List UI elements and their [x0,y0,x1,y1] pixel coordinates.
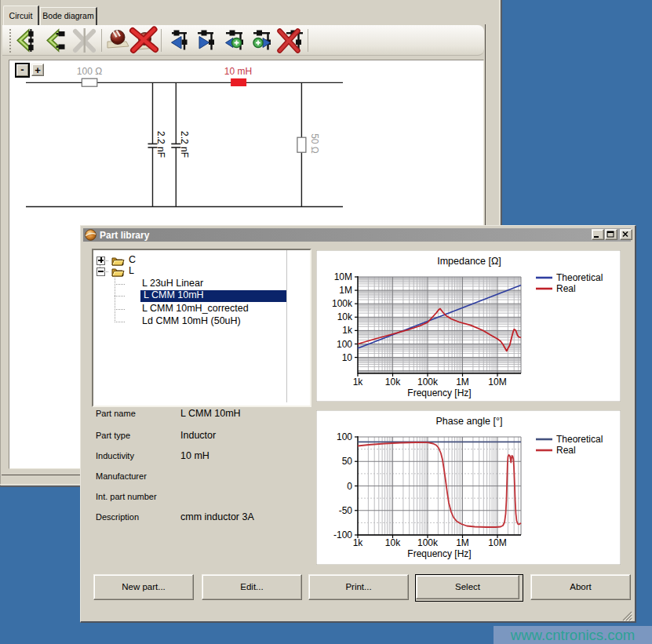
svg-text:10k: 10k [337,311,353,322]
svg-text:50: 50 [342,456,353,467]
svg-text:Theoretical: Theoretical [556,434,603,445]
svg-text:-100: -100 [333,529,352,540]
svg-text:100: 100 [337,431,352,442]
svg-text:1M: 1M [456,537,469,548]
svg-text:1k: 1k [342,325,353,336]
svg-text:100k: 100k [417,537,439,548]
svg-text:10M: 10M [488,537,506,548]
svg-text:0: 0 [347,481,352,492]
svg-text:1M: 1M [456,377,469,387]
svg-text:Phase angle [°]: Phase angle [°] [436,416,503,427]
svg-text:Real: Real [556,445,576,456]
svg-text:10M: 10M [334,271,352,282]
svg-text:Frequency [Hz]: Frequency [Hz] [407,548,471,559]
svg-text:100: 100 [337,339,352,350]
svg-text:10k: 10k [385,377,401,387]
svg-text:-50: -50 [339,505,353,516]
svg-text:10: 10 [342,352,353,363]
svg-text:100k: 100k [332,298,353,309]
svg-text:Frequency [Hz]: Frequency [Hz] [407,387,471,398]
svg-text:10M: 10M [488,377,506,387]
svg-text:Theoretical: Theoretical [556,272,603,283]
svg-text:1k: 1k [353,537,364,548]
svg-text:1M: 1M [339,285,352,296]
svg-text:Real: Real [556,283,576,294]
svg-text:10k: 10k [385,537,401,548]
svg-text:1k: 1k [353,377,364,387]
svg-text:Impedance [Ω]: Impedance [Ω] [437,256,501,267]
svg-text:100k: 100k [417,377,439,387]
